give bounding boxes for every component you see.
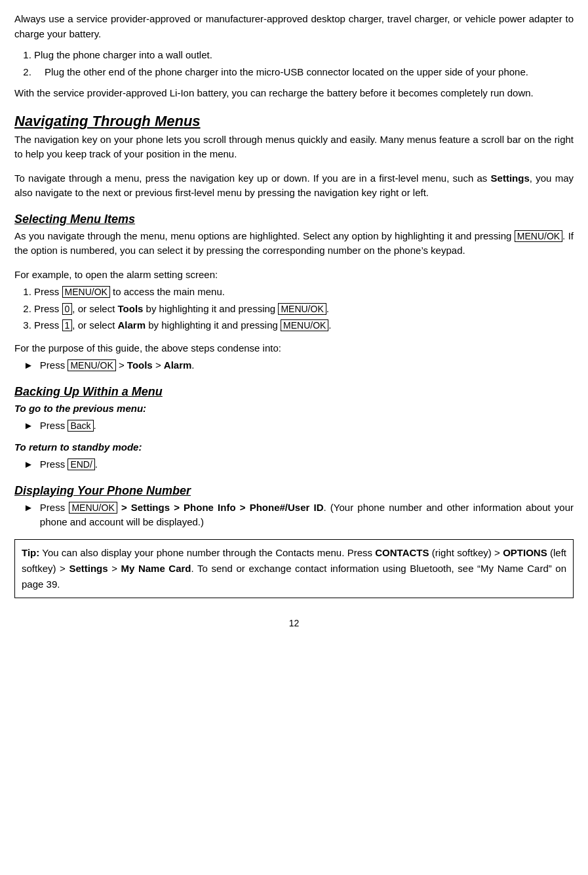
disp-bold3: > [236,502,250,513]
ex-step3-key2: MENU/OK [281,319,328,331]
condense-sep2: > [153,359,164,371]
example-steps-list: Press MENU/OK to access the main menu. P… [34,285,574,333]
disp-bold4: Phone#/User ID [250,502,324,513]
ex-step2-key2: MENU/OK [278,303,326,315]
ex-step1-end: to access the main menu. [110,286,225,297]
intro-paragraph-1: Always use a service provider-approved o… [14,12,574,41]
navigating-heading: Navigating Through Menus [14,113,574,130]
menuok-key-1: MENU/OK [515,230,562,242]
backing-text-end-2: . [95,458,98,470]
intro-steps-list: Plug the phone charger into a wall outle… [34,48,574,79]
selecting-para-start: As you navigate through the menu, menu o… [14,230,515,241]
ex-step2-bold1: Tools [118,303,144,314]
end-key: END/ [68,458,94,470]
displaying-heading: Displaying Your Phone Number [14,484,574,498]
ex-step2-key: 0 [62,303,73,315]
tip-label: Tip: [22,547,39,558]
ex-step2-mid: by highlighting it and pressing [143,303,278,314]
backing-sub1: To go to the previous menu: [14,401,574,417]
condense-period: . [191,359,194,371]
displaying-bullet: ► Press MENU/OK > Settings > Phone Info … [14,500,574,530]
backing-text-end-1: . [94,420,96,431]
ex-step2-start: Press [34,303,62,314]
condense-bullet: ► Press MENU/OK > Tools > Alarm. [14,358,574,373]
ex-step3-bold1: Alarm [118,319,146,331]
condense-intro: For the purpose of this guide, the above… [14,341,574,356]
tip-text4: > [108,563,121,574]
condense-key: MENU/OK [68,359,115,371]
condense-sep1: > [116,359,127,371]
backing-bullet-1: ► Press Back. [14,418,574,434]
backing-arrow-2: ► [24,457,33,472]
disp-bold1: > Settings > [117,502,184,513]
selecting-heading: Selecting Menu Items [14,213,574,226]
displaying-content: Press MENU/OK > Settings > Phone Info > … [40,500,574,530]
intro-paragraph-2: With the service provider-approved Li-Io… [14,86,574,101]
backing-sub2: To return to standby mode: [14,440,574,455]
disp-bold2: Phone Info [184,502,236,513]
disp-text-start: Press [40,502,69,513]
backing-arrow-1: ► [24,418,33,434]
example-step-1: Press MENU/OK to access the main menu. [34,285,574,300]
condense-arrow: ► [24,358,33,373]
tip-options-bold: OPTIONS [503,547,547,558]
nav-para-1: The navigation key on your phone lets yo… [14,132,574,162]
tip-settings-bold: Settings [69,563,108,574]
tip-text1: You can also display your phone number t… [39,547,375,558]
ex-step3-start: Press [34,319,62,331]
ex-step3-comma: , or select [72,319,117,331]
selecting-para-1: As you navigate through the menu, menu o… [14,229,574,258]
backing-heading: Backing Up Within a Menu [14,385,574,399]
back-key: Back [68,420,93,432]
disp-key: MENU/OK [69,502,117,514]
ex-step2-period: . [326,303,329,314]
condense-text-start: Press [40,359,68,371]
example-step-2: Press 0, or select Tools by highlighting… [34,302,574,317]
tip-text2: (right softkey) > [429,547,503,558]
backing-bullet-2: ► Press END/. [14,457,574,472]
page-number: 12 [14,618,574,628]
backing-content-1: Press Back. [40,418,574,434]
condense-bold1: Tools [127,359,153,371]
ex-step3-period: . [328,319,331,331]
ex-step3-mid: by highlighting it and pressing [146,319,281,331]
tip-mynamecard-bold: My Name Card [121,563,191,574]
backing-text-start-2: Press [40,458,68,470]
ex-step2-comma: , or select [72,303,117,314]
tip-contacts-bold: CONTACTS [375,547,429,558]
nav-settings-bold: Settings [491,173,530,184]
nav-para-2: To navigate through a menu, press the na… [14,171,574,201]
example-step-3: Press 1, or select Alarm by highlighting… [34,318,574,333]
displaying-arrow: ► [24,500,33,516]
ex-step3-key: 1 [62,319,73,331]
condense-content: Press MENU/OK > Tools > Alarm. [40,358,574,373]
tip-box: Tip: You can also display your phone num… [14,539,574,598]
intro-step-1: Plug the phone charger into a wall outle… [34,48,574,63]
example-intro: For example, to open the alarm setting s… [14,268,574,283]
backing-content-2: Press END/. [40,457,574,472]
intro-step-2: Plug the other end of the phone charger … [34,65,574,80]
ex-step1-start: Press [34,286,62,297]
ex-step1-key: MENU/OK [62,286,110,298]
nav-para-2-start: To navigate through a menu, press the na… [14,173,491,184]
condense-bold2: Alarm [164,359,192,371]
backing-text-start-1: Press [40,420,68,431]
